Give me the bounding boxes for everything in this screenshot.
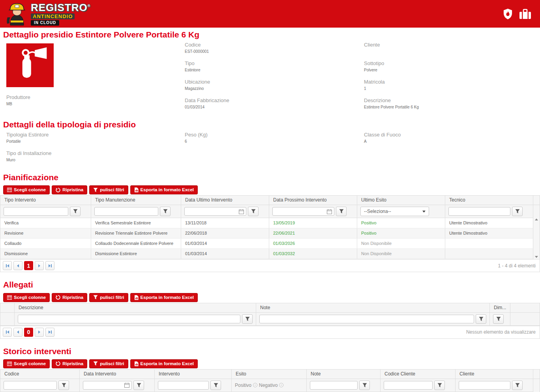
- field-matricola: Matricola 1: [364, 79, 540, 91]
- choose-columns-button[interactable]: Scegli colonne: [3, 359, 50, 368]
- field-cliente: Cliente: [364, 42, 540, 54]
- table-row[interactable]: Verifica Verifica Semestrale Estintore 1…: [0, 218, 533, 228]
- filter-input-intervento[interactable]: [158, 381, 209, 390]
- table-row[interactable]: Collaudo Collaudo Dodecennale Estintore …: [0, 239, 533, 249]
- next-page-button[interactable]: [35, 261, 44, 270]
- radio-positivo[interactable]: [253, 383, 257, 387]
- filter-button[interactable]: [248, 207, 259, 216]
- export-excel-button[interactable]: Esporta in formato Excel: [130, 185, 198, 194]
- column-header-codice-cliente[interactable]: Codice Cliente: [380, 370, 455, 379]
- filter-button[interactable]: [133, 381, 144, 390]
- first-page-button[interactable]: [3, 261, 12, 270]
- column-header-cliente[interactable]: Cliente: [455, 370, 533, 379]
- restore-button[interactable]: Ripristina: [52, 359, 87, 368]
- filter-date-input-data-ultimo[interactable]: [184, 207, 246, 216]
- filter-button[interactable]: [242, 314, 253, 324]
- current-page-button[interactable]: 0: [24, 328, 33, 337]
- filter-input-note[interactable]: [259, 315, 474, 323]
- cell-tipo-intervento: Collaudo: [0, 239, 91, 248]
- filter-button[interactable]: [359, 381, 370, 390]
- table-row[interactable]: Dismissione Dismissione Estintore 01/03/…: [0, 249, 533, 259]
- filter-input-descrizione[interactable]: [18, 315, 240, 323]
- first-page-button[interactable]: [3, 328, 12, 337]
- calendar-icon[interactable]: [124, 383, 129, 388]
- field-value: Portatile: [6, 139, 185, 144]
- column-header-data-prossimo[interactable]: Data Prossimo Intervento: [269, 196, 357, 205]
- filter-button[interactable]: [336, 207, 347, 216]
- column-header-data-ultimo[interactable]: Data Ultimo Intervento: [181, 196, 269, 205]
- column-header-tipo-intervento[interactable]: Tipo Intervento: [0, 196, 91, 205]
- field-label: Matricola: [364, 79, 540, 85]
- choose-columns-button[interactable]: Scegli colonne: [3, 185, 50, 194]
- restore-button[interactable]: Ripristina: [52, 293, 87, 302]
- column-header-tecnico[interactable]: Tecnico: [445, 196, 533, 205]
- filter-input-note[interactable]: [310, 381, 358, 390]
- filter-button[interactable]: [512, 381, 523, 390]
- last-page-button[interactable]: [45, 261, 54, 270]
- filter-button[interactable]: [70, 207, 81, 216]
- field-classe-fuoco: Classe di Fuoco A: [364, 132, 540, 144]
- radio-label-negativo: Negativo: [259, 383, 278, 388]
- filter-date-input-data-prossimo[interactable]: [272, 207, 334, 216]
- prev-page-button[interactable]: [13, 328, 22, 337]
- column-header-codice[interactable]: Codice: [0, 370, 79, 379]
- allegati-pager: 0 Nessun elemento da visualizzare: [0, 326, 540, 339]
- ultimo-esito-select[interactable]: --Seleziona--: [360, 207, 429, 216]
- filter-button[interactable]: [58, 381, 69, 390]
- export-excel-button[interactable]: Esporta in formato Excel: [130, 359, 198, 368]
- column-header-note[interactable]: Note: [256, 303, 489, 312]
- field-value: 01/03/2014: [185, 105, 364, 110]
- column-header-descrizione[interactable]: Descrizione: [14, 303, 256, 312]
- scroll-down-icon[interactable]: [535, 256, 538, 258]
- cell-tipo-intervento: Verifica: [0, 218, 91, 228]
- filter-input-tecnico[interactable]: [448, 207, 510, 216]
- choose-columns-button[interactable]: Scegli colonne: [3, 293, 50, 302]
- vertical-scrollbar[interactable]: [533, 217, 540, 259]
- prev-page-button[interactable]: [13, 261, 22, 270]
- column-header-data-intervento[interactable]: Data Intervento: [79, 370, 154, 379]
- column-header-ultimo-esito[interactable]: Ultimo Esito: [357, 196, 445, 205]
- pianificazione-header-row: Tipo Intervento Tipo Manutenzione Data U…: [0, 196, 540, 205]
- field-tipologia-estintore: Tipologia Estintore Portatile: [6, 132, 185, 144]
- filter-input-codice[interactable]: [4, 381, 57, 390]
- filter-input-tipo-intervento[interactable]: [4, 207, 68, 216]
- scroll-up-icon[interactable]: [535, 218, 538, 220]
- column-header-note[interactable]: Note: [306, 370, 380, 379]
- filter-button[interactable]: [434, 381, 445, 390]
- allegati-filter-row: [0, 313, 540, 326]
- storico-header-row: Codice Data Intervento Intervento Esito …: [0, 370, 540, 379]
- filter-input-codice-cliente[interactable]: [384, 381, 433, 390]
- filter-button[interactable]: [512, 207, 523, 216]
- briefcase-icon[interactable]: [519, 9, 531, 19]
- clear-filters-button[interactable]: pulisci filtri: [89, 359, 128, 368]
- button-label: Ripristina: [62, 295, 83, 301]
- column-header-intervento[interactable]: Intervento: [154, 370, 231, 379]
- cell-tecnico: Utente Dimostrativo: [445, 218, 533, 228]
- button-label: Scegli colonne: [14, 295, 46, 301]
- filter-input-tipo-manutenzione[interactable]: [94, 207, 158, 216]
- filter-date-input-data-intervento[interactable]: [83, 381, 132, 390]
- next-page-button[interactable]: [35, 328, 44, 337]
- filter-button[interactable]: [476, 314, 486, 324]
- last-page-button[interactable]: [45, 328, 54, 337]
- column-header-tipo-manutenzione[interactable]: Tipo Manutenzione: [91, 196, 181, 205]
- calendar-icon[interactable]: [327, 209, 332, 214]
- filter-button[interactable]: [160, 207, 171, 216]
- filter-input-cliente[interactable]: [459, 381, 510, 390]
- table-row[interactable]: Revisione Revisione Triennale Estintore …: [0, 228, 533, 239]
- export-excel-button[interactable]: Esporta in formato Excel: [130, 293, 198, 302]
- clear-filters-button[interactable]: pulisci filtri: [89, 185, 128, 194]
- clear-filters-button[interactable]: pulisci filtri: [89, 293, 128, 302]
- calendar-icon[interactable]: [239, 209, 244, 214]
- restore-circle-icon: [56, 188, 60, 192]
- restore-button[interactable]: Ripristina: [52, 185, 87, 194]
- shield-flame-icon[interactable]: [503, 8, 513, 20]
- button-label: Ripristina: [62, 361, 83, 367]
- filter-button[interactable]: [210, 381, 221, 390]
- column-header-dim[interactable]: Dim...: [489, 303, 510, 312]
- filter-button[interactable]: [493, 314, 504, 324]
- radio-negativo[interactable]: [279, 383, 283, 387]
- current-page-button[interactable]: 1: [24, 261, 33, 270]
- column-header-esito[interactable]: Esito: [231, 370, 306, 379]
- columns-grid-icon: [7, 295, 12, 300]
